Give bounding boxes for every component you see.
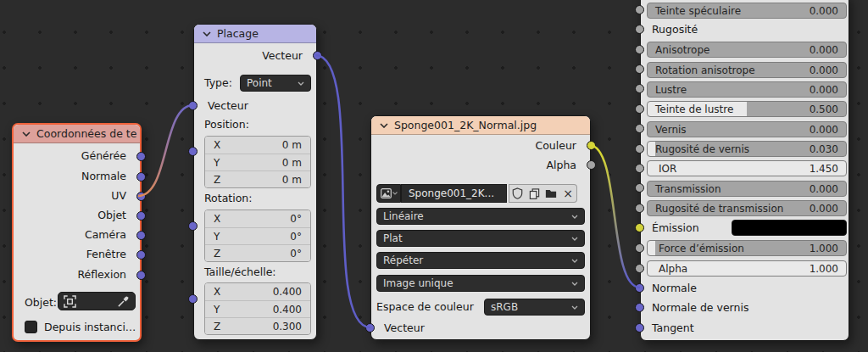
socket-input-vecteur[interactable]: [188, 101, 198, 110]
chevron-down-icon[interactable]: [380, 123, 388, 128]
socket-output-normale[interactable]: [136, 172, 146, 182]
node-title: Coordonnées de te: [36, 127, 136, 140]
slider-label: Lustre: [655, 84, 687, 96]
socket-output-vecteur[interactable]: [313, 51, 322, 60]
socket-output-alpha[interactable]: [587, 160, 596, 170]
socket-input-sheen-tint[interactable]: [635, 104, 644, 114]
transmission-slider[interactable]: Transmission0.000: [647, 181, 847, 197]
unlink-image-button[interactable]: ×: [559, 184, 577, 203]
ior-slider[interactable]: IOR1.450: [647, 160, 847, 176]
socket-input-scale[interactable]: [188, 294, 198, 304]
scale-fields: X0.400 Y0.400 Z0.300: [204, 282, 311, 335]
scale-z-field[interactable]: Z0.300: [205, 317, 310, 334]
socket-output-uv[interactable]: [136, 192, 146, 201]
extension-dropdown[interactable]: Répéter: [376, 252, 585, 269]
node-title: Sponge001_2K_Normal.jpg: [394, 119, 537, 131]
socket-input-position[interactable]: [188, 147, 198, 156]
image-texture-node[interactable]: Sponge001_2K_Normal.jpg Couleur Alpha Sp…: [370, 115, 591, 340]
slider-value: 0.000: [810, 183, 838, 195]
eyedropper-icon[interactable]: [117, 295, 130, 308]
scale-x-field[interactable]: X0.400: [205, 283, 310, 300]
socket-output-couleur[interactable]: [587, 141, 596, 150]
socket-input-emission[interactable]: [635, 223, 644, 232]
axis-value: 0.300: [273, 321, 302, 332]
alpha-slider[interactable]: Alpha1.000: [647, 260, 847, 277]
axis-label: Y: [214, 157, 220, 169]
new-image-button[interactable]: [526, 184, 543, 203]
axis-value: 0°: [290, 248, 302, 260]
socket-input-roughness[interactable]: [635, 25, 644, 34]
anisotropic-slider[interactable]: Anisotrope0.000: [647, 42, 847, 58]
axis-label: X: [214, 286, 220, 298]
socket-input-sheen[interactable]: [635, 84, 644, 93]
slider-label: Force d’émission: [655, 243, 744, 254]
open-image-button[interactable]: [542, 184, 560, 203]
socket-input-specular-tint[interactable]: [635, 5, 644, 14]
chevron-down-icon[interactable]: [203, 31, 211, 36]
emission-strength-slider[interactable]: Force d’émission1.000: [647, 240, 847, 256]
image-type-button[interactable]: [376, 184, 401, 203]
texture-coordinate-node[interactable]: Coordonnées de te Générée Normale UV Obj…: [12, 123, 142, 342]
output-label-alpha: Alpha: [546, 159, 576, 172]
socket-input-clearcoat-normal[interactable]: [635, 303, 644, 312]
socket-input-clearcoat[interactable]: [635, 124, 644, 133]
sheen-tint-slider[interactable]: Teinte de lustre0.500: [647, 101, 847, 117]
socket-output-camera[interactable]: [136, 231, 146, 240]
slider-value: 0.000: [810, 203, 838, 215]
projection-dropdown[interactable]: Plat: [376, 230, 585, 247]
position-y-field[interactable]: Y0 m: [205, 154, 310, 170]
socket-input-ior[interactable]: [635, 164, 644, 173]
socket-input-transmission-roughness[interactable]: [635, 204, 644, 213]
principled-bsdf-node[interactable]: Teinte spéculaire0.000 Rugosité Anisotro…: [640, 0, 849, 341]
texture-coordinate-header[interactable]: Coordonnées de te: [14, 125, 140, 143]
socket-input-emission-strength[interactable]: [635, 243, 644, 253]
mapping-header[interactable]: Placage: [194, 25, 316, 43]
axis-value: 0°: [290, 231, 302, 243]
axis-label: X: [214, 213, 220, 225]
scale-y-field[interactable]: Y0.400: [205, 300, 310, 317]
socket-output-reflexion[interactable]: [136, 271, 146, 280]
rotation-y-field[interactable]: Y0°: [205, 227, 310, 244]
object-picker-field[interactable]: [58, 292, 136, 310]
chevron-down-icon[interactable]: [22, 131, 31, 137]
object-data-icon: [64, 295, 76, 308]
mapping-node[interactable]: Placage Vecteur Type: Point Vecteur Posi…: [193, 24, 317, 340]
from-instancer-checkbox[interactable]: [25, 321, 37, 333]
socket-input-rotation[interactable]: [188, 221, 198, 231]
socket-input-tangent[interactable]: [635, 323, 644, 332]
position-x-field[interactable]: X0 m: [205, 137, 310, 154]
colorspace-dropdown[interactable]: sRGB: [484, 299, 585, 316]
source-dropdown[interactable]: Image unique: [376, 275, 585, 292]
socket-output-fenetre[interactable]: [136, 250, 146, 260]
transmission-roughness-slider[interactable]: Rugosité de transmission0.000: [647, 200, 847, 216]
chevron-down-icon: [571, 237, 578, 241]
clearcoat-roughness-slider[interactable]: Rugosité de vernis0.030: [647, 141, 847, 157]
rotation-z-field[interactable]: Z0°: [205, 244, 310, 261]
slider-value: 0.030: [810, 143, 838, 155]
socket-output-generee[interactable]: [136, 152, 146, 161]
rotation-x-field[interactable]: X0°: [205, 210, 310, 227]
socket-input-alpha[interactable]: [635, 264, 644, 273]
image-texture-header[interactable]: Sponge001_2K_Normal.jpg: [371, 116, 590, 135]
emission-color-swatch[interactable]: [732, 220, 847, 236]
scale-group-label: Taille/échelle:: [204, 265, 276, 279]
wire-mapping-to-image: [315, 55, 370, 327]
position-z-field[interactable]: Z0 m: [205, 170, 310, 187]
socket-input-anisotropic-rotation[interactable]: [635, 64, 644, 74]
anisotropic-rotation-slider[interactable]: Rotation anisotrope0.000: [647, 62, 847, 78]
output-label-vecteur: Vecteur: [262, 49, 303, 63]
specular-tint-slider[interactable]: Teinte spéculaire0.000: [647, 3, 847, 19]
type-dropdown[interactable]: Point: [240, 75, 311, 92]
fake-user-button[interactable]: [509, 184, 526, 203]
socket-input-anisotropic[interactable]: [635, 45, 644, 54]
socket-input-clearcoat-roughness[interactable]: [635, 144, 644, 154]
tangent-input-label: Tangent: [652, 321, 694, 335]
socket-input-normal[interactable]: [635, 283, 644, 293]
socket-input-transmission[interactable]: [635, 183, 644, 193]
clearcoat-slider[interactable]: Vernis0.000: [647, 121, 847, 137]
socket-input-vecteur[interactable]: [365, 323, 375, 332]
image-name-field[interactable]: Sponge001_2K...: [401, 184, 507, 203]
interpolation-dropdown[interactable]: Linéaire: [376, 208, 585, 225]
socket-output-objet[interactable]: [136, 211, 146, 221]
sheen-slider[interactable]: Lustre0.000: [647, 81, 847, 98]
